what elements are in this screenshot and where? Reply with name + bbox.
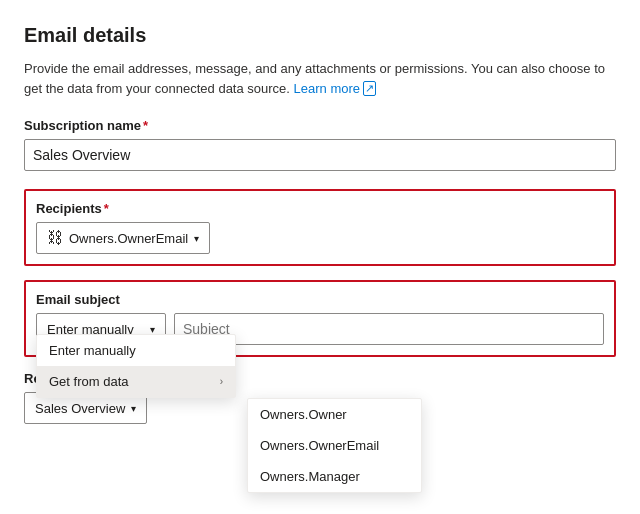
recipients-dropdown[interactable]: ⛓ Owners.OwnerEmail ▾ (36, 222, 210, 254)
learn-more-link[interactable]: Learn more ↗ (294, 79, 376, 99)
chevron-down-icon-subject: ▾ (150, 324, 155, 335)
submenu-item-owners-owner[interactable]: Owners.Owner (248, 399, 421, 430)
required-indicator: * (143, 118, 148, 133)
chevron-down-icon: ▾ (194, 233, 199, 244)
email-subject-label: Email subject (36, 292, 604, 307)
subscription-name-field: Subscription name * (24, 118, 616, 171)
report-page-value: Sales Overview (35, 401, 125, 416)
recipients-section: Recipients * ⛓ Owners.OwnerEmail ▾ (24, 189, 616, 266)
subscription-name-input[interactable] (24, 139, 616, 171)
submenu-item-owners-manager[interactable]: Owners.Manager (248, 461, 421, 492)
recipients-value: Owners.OwnerEmail (69, 231, 188, 246)
subscription-name-label: Subscription name * (24, 118, 616, 133)
chevron-down-icon-report: ▾ (131, 403, 136, 414)
menu-item-get-from-data[interactable]: Get from data › Owners.Owner Owners.Owne… (37, 366, 235, 397)
get-from-data-submenu: Owners.Owner Owners.OwnerEmail Owners.Ma… (247, 398, 422, 493)
chevron-right-icon: › (220, 376, 223, 387)
menu-item-enter-manually[interactable]: Enter manually (37, 335, 235, 366)
chain-icon: ⛓ (47, 229, 63, 247)
submenu-item-owners-owneremail[interactable]: Owners.OwnerEmail (248, 430, 421, 461)
page-title: Email details (24, 24, 616, 47)
subject-input[interactable] (174, 313, 604, 345)
email-subject-menu: Enter manually Get from data › Owners.Ow… (36, 334, 236, 398)
page-description: Provide the email addresses, message, an… (24, 59, 616, 98)
recipients-required: * (104, 201, 109, 216)
external-link-icon: ↗ (363, 81, 376, 96)
email-subject-section: Email subject Enter manually ▾ Enter man… (24, 280, 616, 357)
recipients-label: Recipients * (36, 201, 604, 216)
